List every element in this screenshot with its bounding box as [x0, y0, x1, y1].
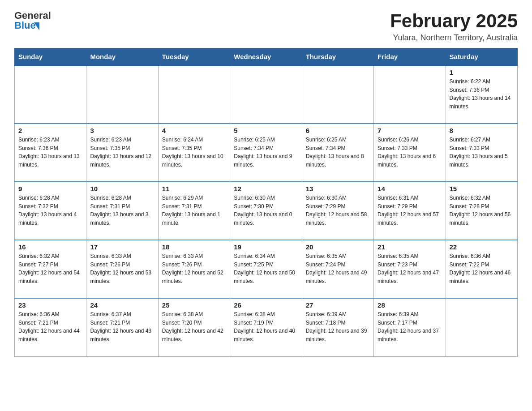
calendar-cell: 6Sunrise: 6:25 AM Sunset: 7:34 PM Daylig… [302, 124, 373, 182]
location-subtitle: Yulara, Northern Territory, Australia [390, 33, 518, 43]
day-info: Sunrise: 6:25 AM Sunset: 7:34 PM Dayligh… [306, 136, 370, 169]
day-info: Sunrise: 6:30 AM Sunset: 7:29 PM Dayligh… [306, 194, 370, 227]
day-info: Sunrise: 6:32 AM Sunset: 7:27 PM Dayligh… [18, 252, 82, 285]
calendar-week-row: 9Sunrise: 6:28 AM Sunset: 7:32 PM Daylig… [15, 182, 518, 240]
logo-blue: Blue [14, 21, 36, 30]
day-info: Sunrise: 6:35 AM Sunset: 7:24 PM Dayligh… [306, 252, 370, 285]
calendar-cell: 2Sunrise: 6:23 AM Sunset: 7:36 PM Daylig… [15, 124, 86, 182]
calendar-header-row: SundayMondayTuesdayWednesdayThursdayFrid… [15, 48, 518, 66]
calendar-cell: 28Sunrise: 6:39 AM Sunset: 7:17 PM Dayli… [374, 298, 446, 356]
calendar-day-header: Wednesday [230, 48, 302, 66]
day-info: Sunrise: 6:38 AM Sunset: 7:20 PM Dayligh… [162, 310, 226, 343]
calendar-cell: 21Sunrise: 6:35 AM Sunset: 7:23 PM Dayli… [374, 240, 446, 298]
calendar-cell [302, 65, 373, 124]
calendar-cell: 26Sunrise: 6:38 AM Sunset: 7:19 PM Dayli… [230, 298, 302, 356]
logo-general: General [14, 11, 51, 21]
day-info: Sunrise: 6:23 AM Sunset: 7:36 PM Dayligh… [18, 136, 82, 169]
day-number: 25 [162, 301, 226, 309]
calendar-cell: 17Sunrise: 6:33 AM Sunset: 7:26 PM Dayli… [86, 240, 158, 298]
day-number: 27 [306, 301, 370, 309]
day-number: 1 [450, 68, 514, 76]
calendar-cell: 15Sunrise: 6:32 AM Sunset: 7:28 PM Dayli… [446, 182, 517, 240]
day-number: 8 [450, 127, 514, 134]
day-info: Sunrise: 6:29 AM Sunset: 7:31 PM Dayligh… [162, 194, 226, 227]
day-number: 19 [234, 243, 298, 251]
day-info: Sunrise: 6:26 AM Sunset: 7:33 PM Dayligh… [378, 136, 442, 169]
calendar-cell: 8Sunrise: 6:27 AM Sunset: 7:33 PM Daylig… [446, 124, 517, 182]
day-number: 16 [18, 243, 82, 251]
day-number: 23 [18, 301, 82, 309]
day-number: 3 [90, 127, 154, 134]
day-info: Sunrise: 6:36 AM Sunset: 7:21 PM Dayligh… [18, 310, 82, 343]
day-number: 28 [378, 301, 442, 309]
calendar-cell: 23Sunrise: 6:36 AM Sunset: 7:21 PM Dayli… [15, 298, 86, 356]
calendar-cell [86, 65, 158, 124]
calendar-day-header: Sunday [15, 48, 86, 66]
calendar-cell [15, 65, 86, 124]
calendar-cell: 1Sunrise: 6:22 AM Sunset: 7:36 PM Daylig… [446, 65, 517, 124]
day-number: 9 [18, 185, 82, 193]
calendar-week-row: 16Sunrise: 6:32 AM Sunset: 7:27 PM Dayli… [15, 240, 518, 298]
day-info: Sunrise: 6:38 AM Sunset: 7:19 PM Dayligh… [234, 310, 298, 343]
day-number: 21 [378, 243, 442, 251]
day-info: Sunrise: 6:22 AM Sunset: 7:36 PM Dayligh… [450, 77, 514, 111]
calendar-cell [230, 65, 302, 124]
calendar-day-header: Monday [86, 48, 158, 66]
day-number: 18 [162, 243, 226, 251]
day-info: Sunrise: 6:28 AM Sunset: 7:31 PM Dayligh… [90, 194, 154, 227]
calendar-cell: 25Sunrise: 6:38 AM Sunset: 7:20 PM Dayli… [158, 298, 230, 356]
calendar-cell: 22Sunrise: 6:36 AM Sunset: 7:22 PM Dayli… [446, 240, 517, 298]
day-number: 26 [234, 301, 298, 309]
month-title: February 2025 [390, 11, 518, 31]
calendar-cell [158, 65, 230, 124]
day-number: 10 [90, 185, 154, 193]
day-number: 11 [162, 185, 226, 193]
calendar-cell: 19Sunrise: 6:34 AM Sunset: 7:25 PM Dayli… [230, 240, 302, 298]
day-number: 15 [450, 185, 514, 193]
calendar-cell: 9Sunrise: 6:28 AM Sunset: 7:32 PM Daylig… [15, 182, 86, 240]
calendar-day-header: Friday [374, 48, 446, 66]
title-section: February 2025 Yulara, Northern Territory… [390, 11, 518, 43]
calendar-day-header: Thursday [302, 48, 373, 66]
day-number: 7 [378, 127, 442, 134]
day-info: Sunrise: 6:24 AM Sunset: 7:35 PM Dayligh… [162, 136, 226, 169]
day-number: 24 [90, 301, 154, 309]
day-info: Sunrise: 6:32 AM Sunset: 7:28 PM Dayligh… [450, 194, 514, 227]
calendar-cell: 4Sunrise: 6:24 AM Sunset: 7:35 PM Daylig… [158, 124, 230, 182]
calendar-week-row: 1Sunrise: 6:22 AM Sunset: 7:36 PM Daylig… [15, 65, 518, 124]
day-number: 17 [90, 243, 154, 251]
calendar-cell: 14Sunrise: 6:31 AM Sunset: 7:29 PM Dayli… [374, 182, 446, 240]
day-info: Sunrise: 6:37 AM Sunset: 7:21 PM Dayligh… [90, 310, 154, 343]
day-info: Sunrise: 6:39 AM Sunset: 7:17 PM Dayligh… [378, 310, 442, 343]
page-header: General Blue February 2025 Yulara, North… [14, 11, 518, 43]
day-number: 14 [378, 185, 442, 193]
calendar-cell [374, 65, 446, 124]
day-number: 13 [306, 185, 370, 193]
day-info: Sunrise: 6:23 AM Sunset: 7:35 PM Dayligh… [90, 136, 154, 169]
day-info: Sunrise: 6:25 AM Sunset: 7:34 PM Dayligh… [234, 136, 298, 169]
day-info: Sunrise: 6:35 AM Sunset: 7:23 PM Dayligh… [378, 252, 442, 285]
logo: General Blue [14, 11, 51, 30]
day-info: Sunrise: 6:39 AM Sunset: 7:18 PM Dayligh… [306, 310, 370, 343]
calendar-table: SundayMondayTuesdayWednesdayThursdayFrid… [14, 48, 518, 357]
calendar-cell: 13Sunrise: 6:30 AM Sunset: 7:29 PM Dayli… [302, 182, 373, 240]
day-info: Sunrise: 6:30 AM Sunset: 7:30 PM Dayligh… [234, 194, 298, 227]
day-info: Sunrise: 6:34 AM Sunset: 7:25 PM Dayligh… [234, 252, 298, 285]
calendar-cell: 7Sunrise: 6:26 AM Sunset: 7:33 PM Daylig… [374, 124, 446, 182]
calendar-day-header: Tuesday [158, 48, 230, 66]
day-number: 22 [450, 243, 514, 251]
day-number: 6 [306, 127, 370, 134]
calendar-cell: 3Sunrise: 6:23 AM Sunset: 7:35 PM Daylig… [86, 124, 158, 182]
calendar-cell: 18Sunrise: 6:33 AM Sunset: 7:26 PM Dayli… [158, 240, 230, 298]
day-number: 5 [234, 127, 298, 134]
day-info: Sunrise: 6:36 AM Sunset: 7:22 PM Dayligh… [450, 252, 514, 285]
calendar-cell [446, 298, 517, 356]
day-info: Sunrise: 6:31 AM Sunset: 7:29 PM Dayligh… [378, 194, 442, 227]
day-number: 4 [162, 127, 226, 134]
calendar-cell: 24Sunrise: 6:37 AM Sunset: 7:21 PM Dayli… [86, 298, 158, 356]
calendar-cell: 11Sunrise: 6:29 AM Sunset: 7:31 PM Dayli… [158, 182, 230, 240]
day-info: Sunrise: 6:33 AM Sunset: 7:26 PM Dayligh… [162, 252, 226, 285]
day-info: Sunrise: 6:28 AM Sunset: 7:32 PM Dayligh… [18, 194, 82, 227]
calendar-cell: 27Sunrise: 6:39 AM Sunset: 7:18 PM Dayli… [302, 298, 373, 356]
day-number: 20 [306, 243, 370, 251]
